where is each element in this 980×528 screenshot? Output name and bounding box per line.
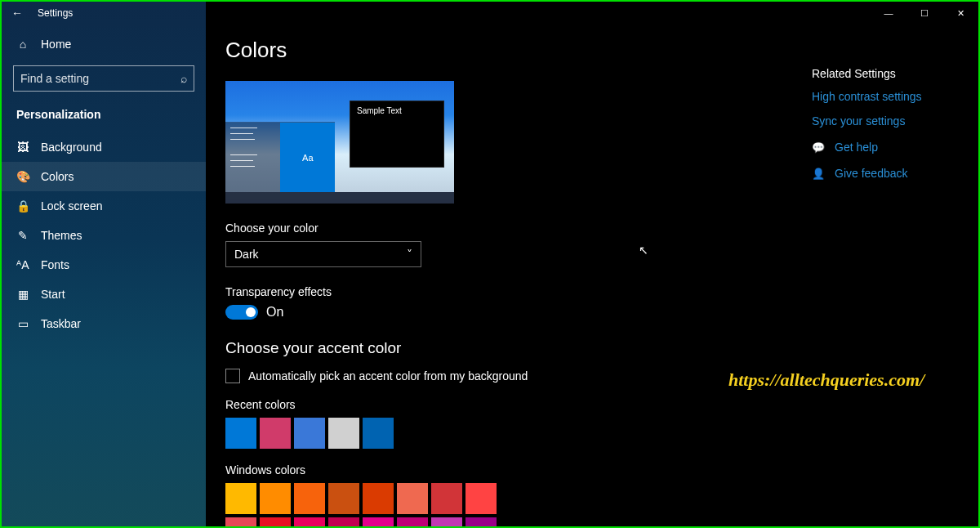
sidebar-item-label: Taskbar <box>41 317 81 330</box>
taskbar-icon: ▭ <box>16 317 29 330</box>
color-swatch[interactable] <box>294 517 325 526</box>
color-swatch[interactable] <box>363 418 394 449</box>
search-placeholder: Find a setting <box>20 72 89 85</box>
page-title: Colors <box>225 38 978 63</box>
help-icon: 💬 <box>812 141 825 154</box>
color-swatch[interactable] <box>397 517 428 526</box>
give-feedback-link[interactable]: 👤 Give feedback <box>812 167 959 180</box>
search-input[interactable]: Find a setting ⌕ <box>13 65 194 92</box>
get-help-link[interactable]: 💬 Get help <box>812 141 959 154</box>
preview-window: Sample Text <box>350 101 444 168</box>
section-label: Personalization <box>2 101 206 132</box>
accent-heading: Choose your accent color <box>225 339 978 357</box>
home-icon: ⌂ <box>16 38 29 51</box>
high-contrast-link[interactable]: High contrast settings <box>812 90 959 103</box>
color-swatch[interactable] <box>294 483 325 514</box>
sidebar-item-background[interactable]: 🖼Background <box>2 132 206 162</box>
color-swatch[interactable] <box>328 418 359 449</box>
color-swatch[interactable] <box>466 483 497 514</box>
fonts-icon: ᴬA <box>16 258 29 271</box>
choose-color-label: Choose your color <box>225 221 978 235</box>
color-swatch[interactable] <box>225 483 256 514</box>
sidebar-item-fonts[interactable]: ᴬAFonts <box>2 250 206 280</box>
sidebar-item-start[interactable]: ▦Start <box>2 280 206 309</box>
color-swatch[interactable] <box>260 517 291 526</box>
sidebar-item-taskbar[interactable]: ▭Taskbar <box>2 309 206 338</box>
close-button[interactable]: ✕ <box>942 2 978 25</box>
search-icon: ⌕ <box>180 72 187 85</box>
feedback-icon: 👤 <box>812 167 825 180</box>
sidebar-item-label: Fonts <box>41 258 69 271</box>
color-mode-value: Dark <box>234 248 259 261</box>
transparency-state: On <box>266 305 283 320</box>
sidebar-item-themes[interactable]: ✎Themes <box>2 221 206 250</box>
home-label: Home <box>41 38 71 51</box>
color-swatch[interactable] <box>466 517 497 526</box>
sidebar-item-colors[interactable]: 🎨Colors <box>2 162 206 191</box>
lock screen-icon: 🔒 <box>16 199 29 213</box>
transparency-toggle[interactable] <box>225 305 258 320</box>
related-settings-pane: Related Settings High contrast settings … <box>812 67 959 180</box>
color-swatch[interactable] <box>397 483 428 514</box>
color-mode-dropdown[interactable]: Dark ˅ <box>225 241 421 267</box>
color-swatch[interactable] <box>328 517 359 526</box>
start-icon: ▦ <box>16 288 29 301</box>
sidebar-item-lock-screen[interactable]: 🔒Lock screen <box>2 191 206 221</box>
maximize-button[interactable]: ☐ <box>906 2 942 25</box>
sidebar-item-label: Start <box>41 288 65 301</box>
colors-icon: 🎨 <box>16 170 29 183</box>
back-button[interactable]: ← <box>11 7 23 20</box>
color-swatch[interactable] <box>260 483 291 514</box>
windows-colors-label: Windows colors <box>225 463 978 477</box>
sidebar-item-label: Background <box>41 141 102 154</box>
preview-tile: Aa <box>280 123 335 192</box>
cursor-icon: ↖ <box>639 244 648 257</box>
theme-preview: Aa Sample Text <box>225 81 454 204</box>
sidebar: ⌂ Home Find a setting ⌕ Personalization … <box>2 2 206 526</box>
color-swatch[interactable] <box>225 517 256 526</box>
home-button[interactable]: ⌂ Home <box>2 29 206 59</box>
minimize-button[interactable]: — <box>871 2 906 25</box>
color-swatch[interactable] <box>225 418 256 449</box>
color-swatch[interactable] <box>363 517 394 526</box>
titlebar: ← Settings — ☐ ✕ <box>2 2 978 25</box>
background-icon: 🖼 <box>16 141 29 154</box>
color-swatch[interactable] <box>294 418 325 449</box>
auto-accent-checkbox[interactable] <box>225 369 240 383</box>
sidebar-item-label: Lock screen <box>41 199 102 213</box>
auto-accent-label: Automatically pick an accent color from … <box>248 369 528 383</box>
color-swatch[interactable] <box>363 483 394 514</box>
related-heading: Related Settings <box>812 67 959 80</box>
color-swatch[interactable] <box>431 483 462 514</box>
color-swatch[interactable] <box>260 418 291 449</box>
chevron-down-icon: ˅ <box>407 248 412 261</box>
themes-icon: ✎ <box>16 229 29 242</box>
color-swatch[interactable] <box>431 517 462 526</box>
transparency-label: Transparency effects <box>225 285 978 298</box>
window-title: Settings <box>38 7 73 19</box>
sidebar-item-label: Colors <box>41 170 74 183</box>
sidebar-item-label: Themes <box>41 229 82 242</box>
sync-settings-link[interactable]: Sync your settings <box>812 114 959 128</box>
recent-colors-label: Recent colors <box>225 398 978 411</box>
content: Colors Aa Sample Text Choose your color … <box>206 2 978 526</box>
color-swatch[interactable] <box>328 483 359 514</box>
